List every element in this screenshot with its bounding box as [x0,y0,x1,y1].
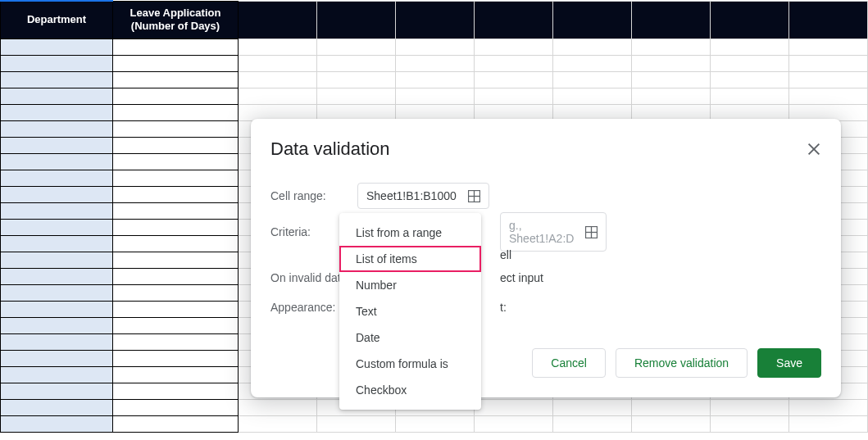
cell[interactable] [1,383,113,400]
cell[interactable] [1,351,113,367]
cell[interactable] [113,138,239,154]
cell[interactable] [553,56,632,72]
close-icon[interactable] [807,142,821,156]
cell[interactable] [239,400,317,416]
cell[interactable] [239,56,317,72]
cell[interactable] [113,416,239,433]
cell[interactable] [553,400,632,416]
cell[interactable] [113,56,239,72]
dropdown-item-checkbox[interactable]: Checkbox [339,377,481,403]
cell[interactable] [475,416,553,433]
cell[interactable] [711,72,789,88]
cell[interactable] [789,72,868,88]
cell[interactable] [113,72,239,88]
cell[interactable] [113,187,239,203]
cell[interactable] [1,39,113,56]
cell[interactable] [475,1,553,39]
cell[interactable] [239,1,317,39]
cell[interactable] [475,39,553,56]
cell[interactable] [239,88,317,105]
cell[interactable] [239,72,317,88]
cell[interactable] [1,400,113,416]
cell[interactable] [113,170,239,187]
cell[interactable] [1,187,113,203]
cell[interactable] [317,72,396,88]
dropdown-item-text[interactable]: Text [339,298,481,324]
cell[interactable] [632,56,711,72]
cell-range-input[interactable]: Sheet1!B1:B1000 [357,183,489,209]
cell[interactable] [1,285,113,302]
grid-select-icon[interactable] [585,226,598,238]
cell[interactable] [1,138,113,154]
cell[interactable] [475,56,553,72]
cell[interactable] [632,39,711,56]
cell[interactable] [711,400,789,416]
cell[interactable] [553,39,632,56]
cell[interactable] [239,39,317,56]
cancel-button[interactable]: Cancel [532,348,606,378]
cell[interactable] [475,72,553,88]
cell[interactable] [317,39,396,56]
dropdown-item-custom-formula-is[interactable]: Custom formula is [339,351,481,377]
cell[interactable] [396,56,475,72]
cell[interactable] [396,1,475,39]
cell[interactable] [711,56,789,72]
cell[interactable] [113,220,239,236]
cell[interactable] [553,1,632,39]
cell[interactable] [1,416,113,433]
cell[interactable] [1,367,113,383]
cell[interactable] [1,56,113,72]
dropdown-item-number[interactable]: Number [339,272,481,298]
cell[interactable] [396,416,475,433]
cell[interactable] [113,105,239,121]
criteria-range-input[interactable]: g., Sheet1!A2:D [500,212,607,252]
save-button[interactable]: Save [757,348,821,378]
header-leave[interactable]: Leave Application (Number of Days) [113,1,239,39]
cell[interactable] [632,72,711,88]
cell[interactable] [1,72,113,88]
cell[interactable] [553,72,632,88]
cell[interactable] [475,400,553,416]
cell[interactable] [1,236,113,252]
cell[interactable] [113,285,239,302]
cell[interactable] [1,334,113,351]
cell[interactable] [789,400,868,416]
cell[interactable] [1,318,113,334]
cell[interactable] [113,236,239,252]
cell[interactable] [1,154,113,170]
cell[interactable] [113,351,239,367]
cell[interactable] [711,39,789,56]
cell[interactable] [1,121,113,138]
cell[interactable] [396,39,475,56]
cell[interactable] [711,1,789,39]
cell[interactable] [113,88,239,105]
dropdown-item-list-from-a-range[interactable]: List from a range [339,220,481,246]
dropdown-item-date[interactable]: Date [339,324,481,351]
dropdown-item-list-of-items[interactable]: List of items [339,246,481,272]
cell[interactable] [113,400,239,416]
cell[interactable] [711,416,789,433]
cell[interactable] [1,105,113,121]
cell[interactable] [113,154,239,170]
cell[interactable] [553,88,632,105]
cell[interactable] [113,252,239,269]
grid-select-icon[interactable] [468,190,480,202]
cell[interactable] [475,88,553,105]
cell[interactable] [1,170,113,187]
cell[interactable] [1,269,113,285]
cell[interactable] [789,39,868,56]
cell[interactable] [113,367,239,383]
cell[interactable] [317,416,396,433]
cell[interactable] [1,203,113,220]
cell[interactable] [632,88,711,105]
cell[interactable] [317,1,396,39]
cell[interactable] [113,302,239,318]
cell[interactable] [317,56,396,72]
cell[interactable] [239,416,317,433]
remove-validation-button[interactable]: Remove validation [616,348,748,378]
cell[interactable] [113,121,239,138]
cell[interactable] [113,318,239,334]
cell[interactable] [1,252,113,269]
cell[interactable] [553,416,632,433]
cell[interactable] [1,220,113,236]
